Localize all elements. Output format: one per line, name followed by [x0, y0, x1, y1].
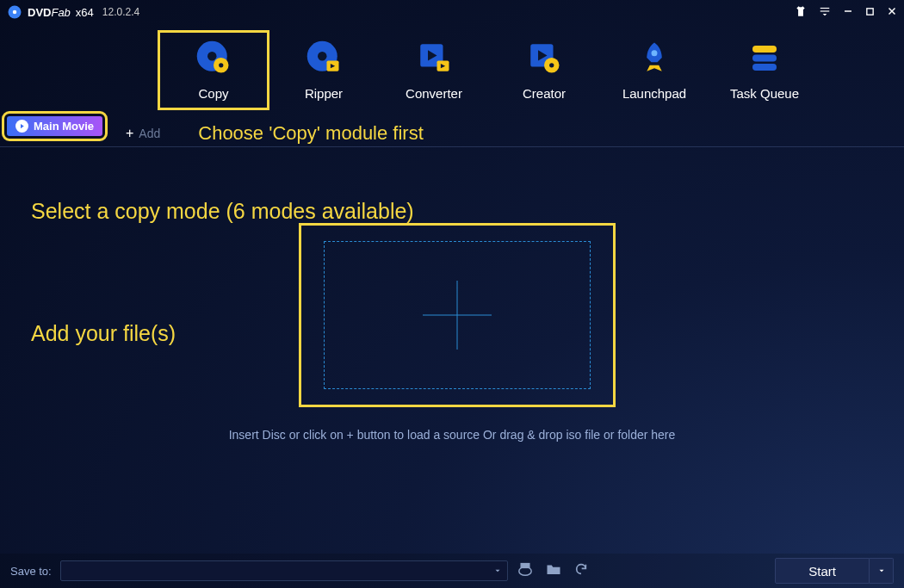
copy-disc-icon — [195, 40, 232, 76]
module-ripper[interactable]: Ripper — [269, 31, 379, 109]
close-icon[interactable] — [887, 6, 897, 19]
creator-icon — [526, 40, 562, 76]
saveto-dropdown[interactable] — [60, 560, 508, 581]
module-creator[interactable]: Creator — [489, 31, 599, 109]
svg-point-19 — [549, 63, 554, 67]
minimize-icon[interactable] — [843, 6, 853, 19]
svg-point-20 — [652, 50, 658, 56]
module-label: Copy — [198, 86, 228, 101]
refresh-icon[interactable] — [573, 562, 589, 579]
svg-rect-5 — [867, 8, 873, 14]
iso-icon[interactable]: ISO — [517, 562, 534, 579]
svg-rect-2 — [820, 7, 830, 8]
module-label: Launchpad — [622, 86, 686, 101]
module-label: Converter — [406, 86, 462, 101]
module-copy[interactable]: Copy — [158, 31, 269, 109]
plus-icon: + — [126, 126, 133, 141]
main-movie-mode-button[interactable]: Main Movie — [7, 116, 102, 136]
maximize-icon[interactable] — [865, 6, 875, 19]
svg-text:ISO: ISO — [522, 564, 528, 568]
hint-add-file: Add your file(s) — [31, 321, 176, 346]
dropzone[interactable] — [324, 241, 591, 389]
menu-dropdown-icon[interactable] — [819, 5, 831, 20]
start-more-button[interactable] — [870, 558, 894, 584]
module-label: Ripper — [305, 86, 343, 101]
svg-point-11 — [219, 63, 223, 67]
insert-hint-text: Insert Disc or click on + button to load… — [0, 428, 904, 442]
module-launchpad[interactable]: Launchpad — [599, 31, 709, 109]
chevron-down-icon — [877, 566, 886, 575]
plus-large-icon — [423, 281, 492, 350]
module-taskqueue[interactable]: Task Queue — [709, 31, 820, 109]
chevron-down-icon — [493, 566, 502, 575]
start-button[interactable]: Start — [775, 558, 870, 584]
taskqueue-icon — [746, 40, 783, 76]
add-label: Add — [139, 127, 160, 140]
svg-point-9 — [207, 52, 217, 61]
module-converter[interactable]: Converter — [379, 31, 489, 109]
hint-choose-module: Choose 'Copy' module first — [198, 122, 424, 145]
svg-rect-21 — [752, 46, 777, 53]
add-source-button[interactable]: + Add — [126, 126, 160, 141]
app-logo-icon — [7, 4, 22, 20]
folder-icon[interactable] — [546, 562, 561, 579]
hint-select-mode: Select a copy mode (6 modes available) — [31, 199, 414, 224]
svg-point-1 — [13, 10, 17, 15]
svg-point-13 — [318, 52, 327, 61]
arrow-right-circle-icon — [15, 120, 28, 133]
module-label: Creator — [523, 86, 566, 101]
launchpad-rocket-icon — [636, 40, 672, 76]
converter-icon — [416, 40, 452, 76]
dropzone-highlight — [299, 223, 616, 407]
saveto-label: Save to: — [10, 565, 52, 578]
svg-rect-3 — [820, 10, 830, 11]
app-logo-title: DVDFab x64 12.0.2.4 — [7, 4, 139, 20]
svg-rect-23 — [752, 64, 777, 71]
svg-rect-22 — [752, 55, 777, 62]
module-label: Task Queue — [730, 86, 799, 101]
main-movie-label: Main Movie — [34, 120, 94, 133]
shirt-icon[interactable] — [795, 5, 807, 20]
ripper-icon — [306, 40, 342, 76]
